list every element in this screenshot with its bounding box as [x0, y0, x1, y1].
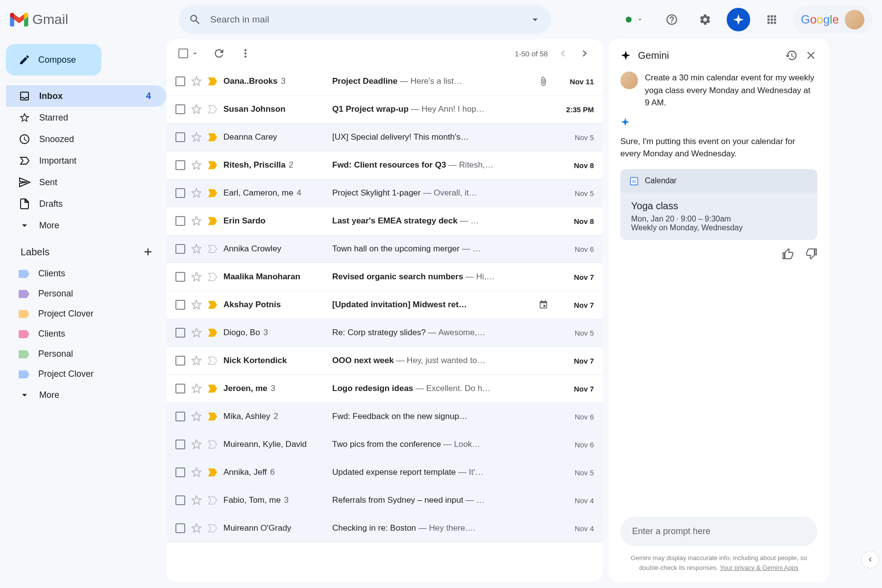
- important-icon[interactable]: [208, 356, 218, 366]
- help-button[interactable]: [660, 8, 684, 31]
- email-row[interactable]: Deanna Carey [UX] Special delivery! This…: [167, 123, 603, 151]
- star-icon[interactable]: [191, 495, 202, 506]
- select-all[interactable]: [178, 49, 199, 58]
- star-icon[interactable]: [191, 355, 202, 366]
- star-icon[interactable]: [191, 439, 202, 450]
- important-icon[interactable]: [208, 216, 218, 226]
- important-icon[interactable]: [208, 104, 218, 114]
- important-icon[interactable]: [208, 188, 218, 198]
- email-row[interactable]: Nick Kortendick OOO next week — Hey, jus…: [167, 347, 603, 375]
- row-checkbox[interactable]: [175, 384, 185, 393]
- side-panel-toggle[interactable]: [861, 551, 879, 568]
- avatar[interactable]: [845, 10, 864, 29]
- row-checkbox[interactable]: [175, 356, 185, 366]
- nav-item-sent[interactable]: Sent: [6, 172, 167, 193]
- status-indicator[interactable]: [619, 12, 650, 27]
- label-item[interactable]: Clients: [6, 264, 167, 284]
- search-bar[interactable]: [179, 5, 551, 34]
- nav-item-inbox[interactable]: Inbox4: [6, 85, 167, 107]
- important-icon[interactable]: [208, 495, 218, 505]
- important-icon[interactable]: [208, 76, 218, 86]
- important-icon[interactable]: [208, 300, 218, 310]
- important-icon[interactable]: [208, 244, 218, 254]
- chevron-right-icon[interactable]: [578, 47, 591, 60]
- important-icon[interactable]: [208, 328, 218, 338]
- label-item[interactable]: Clients: [6, 324, 167, 344]
- prompt-input[interactable]: Enter a prompt here: [620, 516, 817, 546]
- email-row[interactable]: Erin Sardo Last year's EMEA strategy dec…: [167, 207, 603, 235]
- email-row[interactable]: Fabio, Tom, me 3 Referrals from Sydney –…: [167, 487, 603, 514]
- star-icon[interactable]: [191, 132, 202, 143]
- star-icon[interactable]: [191, 188, 202, 198]
- star-icon[interactable]: [191, 411, 202, 422]
- email-row[interactable]: Annika Crowley Town hall on the upcoming…: [167, 235, 603, 263]
- nav-item-more[interactable]: More: [6, 215, 167, 236]
- label-item[interactable]: Personal: [6, 284, 167, 304]
- row-checkbox[interactable]: [175, 328, 185, 338]
- row-checkbox[interactable]: [175, 104, 185, 114]
- nav-item-snoozed[interactable]: Snoozed: [6, 128, 167, 150]
- important-icon[interactable]: [208, 132, 218, 142]
- important-icon[interactable]: [208, 440, 218, 449]
- label-item[interactable]: Personal: [6, 344, 167, 364]
- history-icon[interactable]: [785, 49, 798, 62]
- chevron-down-icon[interactable]: [191, 49, 199, 57]
- email-row[interactable]: Jeroen, me 3 Logo redesign ideas — Excel…: [167, 375, 603, 403]
- row-checkbox[interactable]: [175, 495, 185, 505]
- email-row[interactable]: Annika, Jeff 6 Updated expense report te…: [167, 459, 603, 487]
- email-row[interactable]: Diogo, Bo 3 Re: Corp strategy slides? — …: [167, 319, 603, 347]
- nav-item-drafts[interactable]: Drafts: [6, 193, 167, 215]
- nav-item-starred[interactable]: Starred: [6, 107, 167, 128]
- apps-button[interactable]: [760, 8, 784, 31]
- select-all-checkbox[interactable]: [178, 49, 188, 58]
- calendar-card[interactable]: 31 Calendar Yoga class Mon, Jan 20 · 9:0…: [620, 169, 817, 240]
- star-icon[interactable]: [191, 76, 202, 87]
- row-checkbox[interactable]: [175, 132, 185, 142]
- star-icon[interactable]: [191, 271, 202, 282]
- email-row[interactable]: Muireann, Kylie, David Two pics from the…: [167, 431, 603, 459]
- close-icon[interactable]: [805, 49, 817, 62]
- email-row[interactable]: Earl, Cameron, me 4 Project Skylight 1-p…: [167, 179, 603, 207]
- plus-icon[interactable]: [142, 246, 154, 258]
- row-checkbox[interactable]: [175, 300, 185, 310]
- star-icon[interactable]: [191, 244, 202, 254]
- settings-button[interactable]: [693, 8, 717, 31]
- star-icon[interactable]: [191, 160, 202, 171]
- important-icon[interactable]: [208, 467, 218, 477]
- label-item[interactable]: Project Clover: [6, 364, 167, 384]
- star-icon[interactable]: [191, 467, 202, 478]
- email-row[interactable]: Maalika Manoharan Revised organic search…: [167, 263, 603, 291]
- gmail-logo[interactable]: Gmail: [10, 12, 68, 27]
- row-checkbox[interactable]: [175, 76, 185, 86]
- refresh-icon[interactable]: [213, 47, 225, 60]
- row-checkbox[interactable]: [175, 412, 185, 421]
- email-row[interactable]: Oana..Brooks 3 Project Deadline — Here's…: [167, 68, 603, 96]
- row-checkbox[interactable]: [175, 188, 185, 198]
- search-input[interactable]: [210, 14, 520, 25]
- compose-button[interactable]: Compose: [6, 44, 101, 75]
- row-checkbox[interactable]: [175, 160, 185, 170]
- important-icon[interactable]: [208, 523, 218, 533]
- row-checkbox[interactable]: [175, 440, 185, 449]
- google-account-box[interactable]: Google: [793, 6, 872, 33]
- thumbs-down-icon[interactable]: [806, 248, 817, 260]
- more-icon[interactable]: [239, 47, 252, 60]
- chevron-left-icon[interactable]: [557, 47, 569, 60]
- search-options-icon[interactable]: [529, 13, 541, 26]
- important-icon[interactable]: [208, 272, 218, 282]
- important-icon[interactable]: [208, 412, 218, 421]
- row-checkbox[interactable]: [175, 523, 185, 533]
- privacy-link[interactable]: Your privacy & Gemini Apps: [720, 564, 799, 571]
- email-row[interactable]: Mika, Ashley 2 Fwd: Feedback on the new …: [167, 403, 603, 431]
- gemini-button[interactable]: [727, 8, 750, 31]
- star-icon[interactable]: [191, 216, 202, 226]
- email-row[interactable]: Muireann O'Grady Checking in re: Boston …: [167, 514, 603, 542]
- row-checkbox[interactable]: [175, 216, 185, 226]
- email-row[interactable]: Susan Johnson Q1 Project wrap-up — Hey A…: [167, 96, 603, 123]
- row-checkbox[interactable]: [175, 244, 185, 254]
- important-icon[interactable]: [208, 160, 218, 170]
- label-item[interactable]: Project Clover: [6, 304, 167, 324]
- thumbs-up-icon[interactable]: [782, 248, 794, 260]
- star-icon[interactable]: [191, 327, 202, 338]
- row-checkbox[interactable]: [175, 272, 185, 282]
